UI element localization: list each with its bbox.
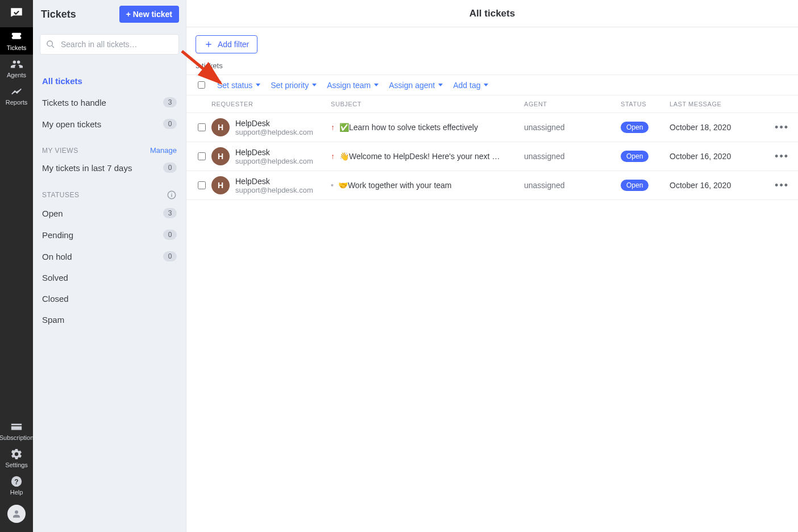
- nav-label: All tickets: [42, 76, 82, 86]
- nav-label: Spam: [42, 315, 64, 325]
- new-ticket-button[interactable]: + New ticket: [119, 6, 179, 23]
- row-checkbox[interactable]: [198, 123, 206, 131]
- priority-indicator: ↑: [331, 123, 335, 132]
- rail-label: Agents: [7, 72, 26, 78]
- main-nav: All tickets Tickets to handle 3 My open …: [33, 55, 186, 135]
- last-message-cell: October 18, 2020: [670, 123, 766, 132]
- last-message-cell: October 16, 2020: [670, 181, 766, 190]
- nav-label: My open tickets: [42, 119, 101, 129]
- nav-my-open-tickets[interactable]: My open tickets 0: [33, 113, 186, 135]
- row-actions[interactable]: •••: [766, 180, 789, 190]
- sidebar-panel: Tickets + New ticket All tickets Tickets…: [33, 0, 186, 532]
- nav-status-spam[interactable]: Spam: [33, 309, 186, 330]
- nav-my-tickets-7days[interactable]: My tickets in last 7 days 0: [33, 157, 186, 178]
- requester-name: HelpDesk: [235, 119, 313, 128]
- bulk-add-tag[interactable]: Add tag: [453, 81, 488, 90]
- nav-rail: Tickets Agents Reports Subscription Sett…: [0, 0, 33, 532]
- col-agent: AGENT: [524, 101, 621, 107]
- chevron-down-icon: [438, 84, 443, 86]
- select-all-checkbox[interactable]: [198, 81, 205, 89]
- requester-cell: H HelpDesk support@helpdesk.com: [211, 147, 331, 165]
- nav-status-pending[interactable]: Pending 0: [33, 224, 186, 246]
- nav-label: Pending: [42, 230, 73, 240]
- nav-label: My tickets in last 7 days: [42, 163, 132, 173]
- bulk-set-priority[interactable]: Set priority: [271, 81, 317, 90]
- panel-header: Tickets + New ticket: [33, 0, 186, 28]
- tickets-icon: [10, 32, 23, 42]
- nav-label: Open: [42, 209, 63, 218]
- requester-cell: H HelpDesk support@helpdesk.com: [211, 118, 331, 136]
- bulk-set-status[interactable]: Set status: [217, 81, 260, 90]
- subject-text: ✅Learn how to solve tickets effectively: [339, 123, 478, 132]
- action-label: Add tag: [453, 81, 480, 90]
- logo-icon: [9, 6, 24, 21]
- status-cell: Open: [621, 151, 670, 162]
- bulk-assign-team[interactable]: Assign team: [327, 81, 379, 90]
- info-icon[interactable]: [167, 190, 177, 200]
- rail-label: Reports: [6, 99, 28, 106]
- subscription-icon: [10, 422, 23, 432]
- bulk-assign-agent[interactable]: Assign agent: [389, 81, 443, 90]
- count-badge: 0: [163, 230, 177, 240]
- status-badge: Open: [621, 151, 649, 162]
- rail-reports[interactable]: Reports: [0, 82, 33, 109]
- chevron-down-icon: [374, 84, 379, 86]
- rail-label: Subscription: [0, 434, 34, 441]
- table-row[interactable]: H HelpDesk support@helpdesk.com ↑ ✅Learn…: [186, 113, 798, 142]
- requester-cell: H HelpDesk support@helpdesk.com: [211, 176, 331, 194]
- nav-status-onhold[interactable]: On hold 0: [33, 246, 186, 267]
- rail-label: Settings: [5, 462, 28, 468]
- count-badge: 3: [163, 208, 177, 218]
- nav-label: Closed: [42, 294, 69, 304]
- nav-tickets-to-handle[interactable]: Tickets to handle 3: [33, 92, 186, 113]
- action-label: Set status: [217, 81, 252, 90]
- ticket-count: 3 tickets: [186, 61, 798, 74]
- action-label: Assign team: [327, 81, 371, 90]
- subject-cell: ↑ ✅Learn how to solve tickets effectivel…: [331, 123, 524, 132]
- subject-cell: • 🤝Work together with your team: [331, 181, 524, 190]
- nav-label: Solved: [42, 273, 68, 282]
- action-label: Set priority: [271, 81, 309, 90]
- requester-name: HelpDesk: [235, 148, 313, 157]
- rail-subscription[interactable]: Subscription: [0, 417, 33, 444]
- table-header: REQUESTER SUBJECT AGENT STATUS LAST MESS…: [186, 95, 798, 113]
- manage-link[interactable]: Manage: [150, 146, 177, 155]
- row-actions[interactable]: •••: [766, 122, 789, 132]
- last-message-cell: October 16, 2020: [670, 152, 766, 161]
- section-header: MY VIEWS: [42, 147, 78, 155]
- requester-email: support@helpdesk.com: [235, 157, 313, 165]
- col-subject: SUBJECT: [331, 101, 524, 107]
- subject-text: 🤝Work together with your team: [338, 181, 452, 190]
- table-row[interactable]: H HelpDesk support@helpdesk.com • 🤝Work …: [186, 171, 798, 200]
- nav-status-open[interactable]: Open 3: [33, 202, 186, 224]
- nav-label: On hold: [42, 252, 72, 261]
- requester-avatar: H: [211, 176, 230, 194]
- nav-status-solved[interactable]: Solved: [33, 267, 186, 288]
- row-checkbox[interactable]: [198, 152, 206, 160]
- rail-agents[interactable]: Agents: [0, 55, 33, 82]
- rail-settings[interactable]: Settings: [0, 444, 33, 472]
- search-input-wrap[interactable]: [40, 34, 179, 55]
- chevron-down-icon: [484, 84, 488, 86]
- search-icon: [46, 40, 55, 49]
- chevron-down-icon: [256, 84, 260, 86]
- panel-title: Tickets: [41, 9, 76, 20]
- user-avatar[interactable]: [7, 505, 26, 523]
- nav-status-closed[interactable]: Closed: [33, 288, 186, 309]
- priority-indicator: •: [331, 181, 334, 190]
- main-content: All tickets Add filter 3 tickets Set sta…: [186, 0, 798, 532]
- agents-icon: [10, 59, 23, 69]
- search-input[interactable]: [60, 39, 173, 49]
- count-badge: 3: [163, 97, 177, 107]
- nav-label: Tickets to handle: [42, 98, 106, 107]
- row-actions[interactable]: •••: [766, 151, 789, 161]
- col-last-message: LAST MESSAGE: [670, 101, 766, 107]
- requester-avatar: H: [211, 147, 230, 165]
- row-checkbox[interactable]: [198, 181, 206, 189]
- rail-help[interactable]: ? Help: [0, 472, 33, 499]
- rail-tickets[interactable]: Tickets: [0, 27, 33, 55]
- col-requester: REQUESTER: [211, 101, 331, 107]
- table-row[interactable]: H HelpDesk support@helpdesk.com ↑ 👋Welco…: [186, 142, 798, 171]
- nav-all-tickets[interactable]: All tickets: [33, 70, 186, 92]
- add-filter-button[interactable]: Add filter: [196, 35, 257, 53]
